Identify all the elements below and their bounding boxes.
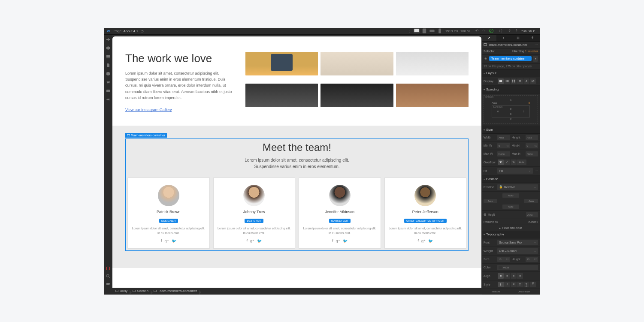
size-section-header[interactable]: Size bbox=[482, 126, 540, 134]
style-tab-icon[interactable] bbox=[482, 35, 496, 41]
avatar[interactable] bbox=[243, 185, 265, 206]
team-section[interactable]: Team-members-container Meet the team! Lo… bbox=[112, 126, 481, 268]
align-justify-icon[interactable]: ≡ bbox=[517, 273, 523, 279]
zindex-input[interactable]: Auto bbox=[526, 212, 538, 217]
deco-overline-icon[interactable]: T̅ bbox=[530, 282, 536, 287]
image-gallery[interactable] bbox=[245, 52, 469, 113]
page-dropdown-icon[interactable]: ▾ bbox=[136, 29, 138, 33]
mobile-breakpoint-icon[interactable] bbox=[437, 28, 443, 33]
avatar[interactable] bbox=[158, 185, 179, 206]
pos-right-input[interactable]: Auto bbox=[524, 199, 538, 203]
font-size-input[interactable]: 15PX bbox=[497, 257, 510, 262]
redo-icon[interactable]: ↷ bbox=[482, 29, 486, 33]
height-input[interactable]: Auto bbox=[526, 135, 538, 140]
navigator-icon[interactable] bbox=[106, 54, 110, 59]
spacing-section-header[interactable]: Spacing bbox=[482, 86, 540, 93]
tablet-breakpoint-icon[interactable] bbox=[421, 28, 427, 33]
align-left-icon[interactable]: ≡ bbox=[498, 273, 504, 279]
page-canvas[interactable]: The work we love Lorem ipsum dolor sit a… bbox=[112, 36, 481, 288]
display-none-icon[interactable] bbox=[530, 78, 536, 84]
member-role[interactable]: DESIGNER bbox=[159, 219, 178, 223]
pos-left-input[interactable]: Auto bbox=[484, 199, 497, 203]
gallery-image[interactable] bbox=[320, 52, 393, 75]
more-icon[interactable]: ⋯ bbox=[535, 43, 538, 47]
team-subtitle[interactable]: Lorem ipsum dolor sit amet, consectetur … bbox=[126, 157, 468, 170]
state-icon[interactable]: ◈ bbox=[484, 57, 488, 60]
maxh-input[interactable]: None bbox=[526, 151, 538, 156]
display-inline-block-icon[interactable] bbox=[517, 78, 523, 84]
member-name[interactable]: Peter Jefferson bbox=[388, 210, 463, 214]
member-bio[interactable]: Lorem ipsum dolor sit amet, consectetur … bbox=[217, 226, 292, 235]
page-name[interactable]: About 4 bbox=[123, 29, 135, 33]
grip-icon[interactable]: ⋮ bbox=[408, 29, 411, 33]
typography-section-header[interactable]: Typography bbox=[482, 231, 540, 238]
member-bio[interactable]: Lorem ipsum dolor sit amet, consectetur … bbox=[388, 226, 463, 235]
member-bio[interactable]: Lorem ipsum dolor sit amet, consectetur … bbox=[131, 226, 206, 235]
layout-section-header[interactable]: Layout bbox=[482, 69, 540, 77]
gallery-image[interactable] bbox=[245, 84, 318, 107]
align-center-icon[interactable]: ≡ bbox=[504, 273, 510, 279]
team-title[interactable]: Meet the team! bbox=[126, 141, 468, 153]
display-grid-icon[interactable] bbox=[511, 78, 517, 84]
minh-input[interactable]: 0PX bbox=[526, 143, 538, 148]
maxw-input[interactable]: None bbox=[497, 151, 510, 156]
hero-body[interactable]: Lorem ipsum dolor sit amet, consectetur … bbox=[125, 70, 237, 101]
member-name[interactable]: Johnny Trow bbox=[217, 210, 292, 214]
export-icon[interactable]: ⇪ bbox=[508, 29, 511, 33]
selection-tag[interactable]: Team-members-container bbox=[125, 133, 167, 138]
video-icon[interactable] bbox=[106, 282, 110, 286]
member-role[interactable]: CHIEF EXECUTIVE OFFICER bbox=[404, 219, 447, 223]
assets-icon[interactable] bbox=[106, 89, 110, 93]
overflow-visible-icon[interactable] bbox=[498, 159, 504, 165]
member-name[interactable]: Patrick Brown bbox=[131, 210, 206, 214]
style-manager-tab-icon[interactable] bbox=[511, 35, 526, 41]
display-flex-icon[interactable] bbox=[504, 78, 510, 84]
canvas-area[interactable]: The work we love Lorem ipsum dolor sit a… bbox=[112, 35, 482, 288]
width-input[interactable]: Auto bbox=[497, 135, 510, 140]
pos-bottom-input[interactable]: Auto bbox=[502, 205, 519, 209]
twitter-icon[interactable]: 🐦 bbox=[172, 239, 176, 243]
weight-dropdown[interactable]: 400 – Normal bbox=[497, 248, 538, 254]
align-right-icon[interactable]: ≡ bbox=[511, 273, 517, 279]
hero-section[interactable]: The work we love Lorem ipsum dolor sit a… bbox=[112, 36, 481, 126]
facebook-icon[interactable]: f bbox=[246, 239, 248, 243]
position-dropdown[interactable]: 🔒Relative bbox=[497, 184, 538, 190]
overflow-auto-icon[interactable]: Auto bbox=[517, 159, 526, 165]
class-chip[interactable]: Team-members-container bbox=[489, 56, 532, 61]
gallery-image[interactable] bbox=[245, 52, 318, 75]
display-block-icon[interactable] bbox=[498, 78, 504, 84]
deco-strike-icon[interactable]: T bbox=[517, 282, 523, 287]
google-plus-icon[interactable]: g⁺ bbox=[421, 239, 426, 243]
member-role[interactable]: MARKETEER bbox=[329, 219, 351, 223]
selected-element-row[interactable]: Team-members-container ⋯ bbox=[482, 42, 540, 48]
share-icon[interactable]: ⇡ bbox=[515, 29, 518, 33]
target-icon[interactable]: ⊕ bbox=[484, 213, 487, 217]
code-icon[interactable]: 〈〉 bbox=[497, 28, 505, 34]
deco-none-icon[interactable]: ✕ bbox=[511, 282, 517, 287]
gallery-image[interactable] bbox=[320, 84, 393, 107]
preview-icon[interactable]: ◔ bbox=[141, 29, 144, 33]
team-card[interactable]: Peter Jefferson CHIEF EXECUTIVE OFFICER … bbox=[384, 178, 467, 249]
line-height-input[interactable]: 23PX bbox=[526, 257, 538, 262]
hero-title[interactable]: The work we love bbox=[125, 52, 237, 65]
settings-icon[interactable] bbox=[106, 97, 110, 102]
overflow-scroll-icon[interactable]: ⇅ bbox=[511, 159, 517, 165]
instagram-link[interactable]: View our Instagram Gallery bbox=[125, 108, 172, 112]
display-inline-icon[interactable]: A bbox=[523, 78, 529, 84]
style-regular-icon[interactable]: I bbox=[498, 282, 504, 287]
ecommerce-icon[interactable] bbox=[106, 80, 110, 84]
deco-underline-icon[interactable]: T bbox=[523, 282, 529, 287]
team-card[interactable]: Johnny Trow DESIGNER Lorem ipsum dolor s… bbox=[213, 178, 296, 249]
pos-top-input[interactable]: Auto bbox=[502, 193, 519, 198]
twitter-icon[interactable]: 🐦 bbox=[343, 239, 348, 243]
member-bio[interactable]: Lorem ipsum dolor sit amet, consectetur … bbox=[302, 226, 377, 235]
desktop-breakpoint-icon[interactable] bbox=[414, 28, 420, 33]
color-input[interactable]: #333 bbox=[497, 265, 538, 270]
member-name[interactable]: Jennifer Atkinson bbox=[302, 210, 377, 214]
member-role[interactable]: DESIGNER bbox=[245, 219, 263, 223]
position-section-header[interactable]: Position bbox=[482, 175, 540, 183]
pages-icon[interactable] bbox=[106, 63, 110, 67]
audit-icon[interactable] bbox=[106, 266, 110, 271]
selected-element-outline[interactable]: Team-members-container Meet the team! Lo… bbox=[125, 138, 469, 251]
settings-tab-icon[interactable] bbox=[496, 35, 511, 41]
